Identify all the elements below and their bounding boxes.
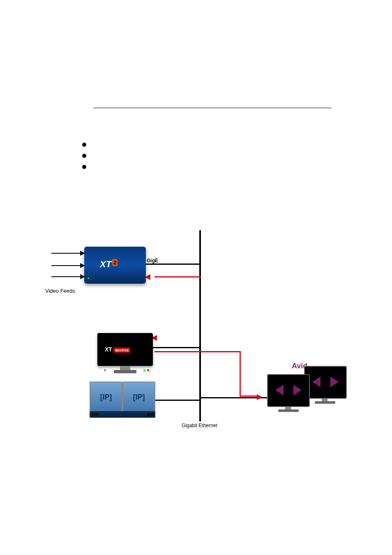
video-feed-arrow <box>51 265 85 266</box>
video-feed-arrow <box>51 276 85 277</box>
rack-unit <box>90 411 155 418</box>
xt-text: XT <box>105 346 112 353</box>
led-icon <box>88 278 89 279</box>
avid-workstations: Avid <box>267 362 349 423</box>
bullet-icon <box>82 143 86 147</box>
xt2-logo-suffix: 2 <box>112 259 118 266</box>
video-feeds-label: Video Feeds <box>45 288 75 294</box>
bullet-icon <box>82 154 86 158</box>
monitor-stand <box>120 366 130 370</box>
ip-label: [IP] <box>90 393 122 402</box>
monitor-icon: XTaccess <box>97 333 153 366</box>
gige-label: GigE <box>147 258 158 264</box>
control-line <box>240 395 259 397</box>
xtaccess-workstation: XTaccess <box>97 333 153 370</box>
control-line <box>154 276 201 278</box>
monitor-base <box>315 401 335 404</box>
ip-screen: [IP] <box>122 382 155 412</box>
video-feed-arrow <box>51 253 85 254</box>
arrow-icon <box>257 394 263 400</box>
control-line <box>154 351 241 352</box>
ip-screen: [IP] <box>90 382 122 412</box>
monitor-base <box>278 409 299 412</box>
xt2-logo-text: XT <box>100 259 111 269</box>
connector-xt2-gige <box>144 264 201 265</box>
avid-logo-icon <box>312 377 339 387</box>
xtaccess-logo: XTaccess <box>105 346 130 353</box>
ip-label: [IP] <box>123 393 154 402</box>
xt2-logo: XT2 <box>100 259 118 270</box>
connector-ipdirector <box>154 400 201 401</box>
led-icon <box>143 369 145 371</box>
bullet-icon <box>82 165 86 169</box>
xt2-server: XT2 <box>84 247 146 284</box>
led-icon <box>104 369 106 371</box>
avid-logo-icon <box>275 385 302 395</box>
control-line <box>240 352 241 397</box>
rack-led-icon <box>92 413 99 416</box>
gigabit-ethernet-label: Gigabit Ethernet <box>182 423 217 428</box>
ip-director: [IP] [IP] <box>90 382 155 419</box>
led-icon <box>147 369 149 371</box>
avid-monitor <box>267 374 310 407</box>
avid-monitor <box>304 366 347 399</box>
monitor-base <box>114 370 136 373</box>
horizontal-rule <box>93 108 332 108</box>
gigabit-backbone-line <box>199 230 201 421</box>
connector-xtaccess <box>153 347 201 348</box>
access-badge: access <box>113 347 130 353</box>
rack-led-icon <box>147 413 154 416</box>
